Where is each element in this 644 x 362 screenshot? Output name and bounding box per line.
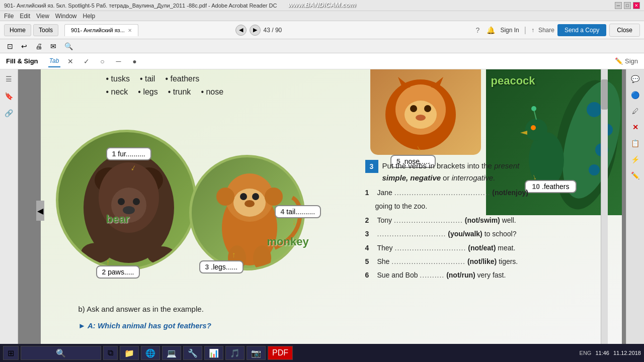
close-window-button[interactable]: ✕ [633, 2, 640, 9]
ex-num-4: 4 [365, 242, 375, 253]
taskbar-right: ENG 11:46 11.12.2018 [580, 350, 641, 356]
menu-file[interactable]: File [4, 13, 14, 20]
toolbar-right: ? 🔔 Sign In | ↑ Share Send a Copy Close [474, 24, 640, 37]
ex-num-6: 6 [365, 269, 375, 281]
edit-pdf-icon[interactable]: ✏️ [630, 170, 641, 181]
photo-icon[interactable]: 📷 [247, 346, 266, 360]
svg-point-23 [410, 105, 417, 112]
nav-next-button[interactable]: ▶ [250, 25, 261, 36]
bullet-row-2: • neck • legs • trunk • nose [106, 87, 224, 97]
ex-text-4: They ............................. (not/… [377, 242, 516, 253]
ex-continue-1: going to the zoo. [375, 201, 597, 212]
notification-icon[interactable]: 🔔 [487, 26, 495, 34]
pdf-content-area: ◀ • tusks • tail • feathers • neck • leg… [18, 69, 626, 352]
circle-tool[interactable]: ○ [97, 55, 109, 67]
tab-tool[interactable]: Tab [48, 55, 60, 67]
check-tool[interactable]: ✓ [80, 55, 93, 67]
minimize-button[interactable]: ─ [615, 2, 622, 9]
redact-icon[interactable]: ✕ [630, 122, 641, 133]
clock-time: 11:46 [595, 350, 609, 356]
pages-icon[interactable]: ☰ [4, 73, 15, 84]
vertical-scrollbar[interactable] [601, 69, 608, 352]
fill-sign-bar: Fill & Sign Tab ✕ ✓ ○ ─ ● ✏️ Sign [0, 53, 644, 69]
scrollbar-thumb[interactable] [601, 79, 608, 110]
chart-icon[interactable]: 📊 [204, 346, 223, 360]
bullet-nose: • nose [201, 87, 223, 97]
attachments-icon[interactable]: 🔗 [4, 108, 15, 119]
action-icon[interactable]: ⚡ [630, 154, 641, 165]
help-icon[interactable]: ? [476, 26, 480, 34]
maximize-button[interactable]: □ [624, 2, 631, 9]
search-icon[interactable]: 🔍 [64, 42, 73, 50]
main-content: ☰ 🔖 🔗 ◀ • tusks • tail • feathers • neck… [0, 69, 644, 352]
ide-icon[interactable]: 💻 [162, 346, 181, 360]
tools-button[interactable]: Tools [33, 24, 58, 36]
svg-point-25 [416, 115, 426, 121]
share-label[interactable]: Share [538, 27, 554, 34]
title-bar-text: 901- Английский яз. 5кл. Spotlight-5 Раб… [4, 3, 277, 9]
ex-line-3: 3 ............................ (you/walk… [365, 228, 597, 239]
bullet-trunk: • trunk [168, 87, 191, 97]
label-fur: 1 fur.......... [106, 147, 151, 160]
window-controls: ─ □ ✕ [615, 2, 640, 9]
taskview-button[interactable]: ⧉ [103, 346, 118, 360]
cross-tool[interactable]: ✕ [64, 55, 76, 67]
svg-point-13 [216, 188, 234, 206]
collapse-arrow[interactable]: ◀ [36, 201, 44, 221]
stamp-icon[interactable]: 🔵 [630, 89, 641, 101]
sign-in-label[interactable]: Sign In [500, 27, 519, 34]
search-button[interactable]: 🔍 [21, 346, 101, 360]
bullet-feathers: • feathers [165, 74, 199, 83]
print-icon[interactable]: 🖨 [35, 42, 42, 50]
email-icon[interactable]: ✉ [50, 42, 56, 50]
cursor-icon[interactable]: ⊡ [7, 42, 13, 50]
ex-line-6: 6 Sue and Bob .......... (not/run) very … [365, 269, 597, 281]
menu-edit[interactable]: Edit [20, 13, 30, 20]
ex-num-1: 1 [365, 187, 375, 198]
bullet-tusks: • tusks [106, 74, 130, 83]
svg-point-17 [245, 200, 255, 207]
dot-tool[interactable]: ● [129, 55, 141, 67]
exercise-3-badge: 3 [365, 160, 378, 173]
highlight-icon[interactable]: 🖊 [630, 106, 641, 117]
bear-name: bear [106, 213, 129, 226]
close-button[interactable]: Close [609, 24, 640, 37]
form-icon[interactable]: 📋 [630, 138, 641, 149]
menu-window[interactable]: Window [55, 13, 77, 20]
tool-icon[interactable]: 🔧 [183, 346, 202, 360]
label-tail: 4 tail.......... [275, 205, 321, 218]
lion-image [370, 69, 481, 155]
right-sidebar: 💬 🔵 🖊 ✕ 📋 ⚡ ✏️ [626, 69, 644, 352]
bandicam-watermark: www.BANDICAM.com [288, 1, 356, 9]
menu-help[interactable]: Help [83, 13, 96, 20]
page-navigation: ◀ ▶ 43 / 90 [235, 25, 282, 36]
music-icon[interactable]: 🎵 [225, 346, 245, 360]
svg-point-16 [252, 193, 259, 200]
browser-icon[interactable]: 🌐 [141, 346, 160, 360]
svg-point-6 [133, 198, 140, 205]
svg-point-24 [424, 105, 431, 112]
menu-view[interactable]: View [36, 13, 49, 20]
nav-prev-button[interactable]: ◀ [235, 25, 247, 36]
ex3-bold-italic: simple, negative [382, 173, 441, 182]
comment-icon[interactable]: 💬 [630, 73, 641, 84]
pdf-taskbar-icon[interactable]: PDF [268, 346, 293, 360]
ex3-italic2: interrogative. [452, 173, 496, 182]
file-explorer-icon[interactable]: 📁 [120, 346, 139, 360]
bookmarks-icon[interactable]: 🔖 [4, 90, 15, 102]
back-icon[interactable]: ↩ [21, 42, 27, 50]
start-button[interactable]: ⊞ [3, 346, 19, 360]
send-copy-button[interactable]: Send a Copy [557, 24, 606, 36]
svg-point-14 [265, 188, 283, 206]
page-number: 43 / 90 [264, 27, 282, 34]
section-link[interactable]: ► A: Which animal has got feathers? [78, 321, 211, 330]
line-tool[interactable]: ─ [113, 55, 125, 67]
left-sidebar: ☰ 🔖 🔗 [0, 69, 18, 352]
toolbar: Home Tools 901- Английский яз... ✕ ◀ ▶ 4… [0, 21, 644, 39]
tab-close-icon[interactable]: ✕ [128, 28, 132, 33]
home-button[interactable]: Home [4, 24, 31, 36]
sign-button[interactable]: ✏️ Sign [615, 57, 638, 65]
ex3-text: Put the verbs in brackets into the [382, 161, 495, 170]
document-tab[interactable]: 901- Английский яз... ✕ [64, 24, 138, 36]
ex-line-4: 4 They ............................. (no… [365, 242, 597, 253]
